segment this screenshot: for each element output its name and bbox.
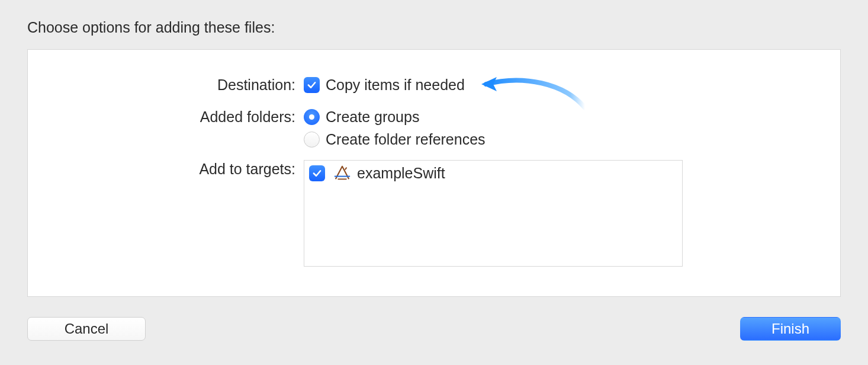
targets-list[interactable]: exampleSwift: [304, 160, 683, 267]
destination-label: Destination:: [43, 76, 304, 94]
finish-button[interactable]: Finish: [740, 317, 841, 341]
create-folder-references-label: Create folder references: [326, 130, 486, 148]
add-to-targets-controls: exampleSwift: [304, 160, 825, 267]
copy-items-label: Copy items if needed: [326, 76, 465, 94]
target-name: exampleSwift: [357, 164, 445, 182]
dialog-buttons: Cancel Finish: [27, 317, 841, 341]
check-icon: [307, 80, 317, 90]
target-checkbox[interactable]: [309, 165, 325, 181]
copy-items-checkbox[interactable]: [304, 77, 320, 93]
add-to-targets-row: Add to targets:: [43, 160, 825, 267]
added-folders-label: Added folders:: [43, 108, 304, 126]
create-groups-radio[interactable]: [304, 109, 320, 125]
create-groups-label: Create groups: [326, 108, 419, 126]
added-folders-row: Added folders: Create groups Create fold…: [43, 108, 825, 153]
cancel-button[interactable]: Cancel: [27, 317, 146, 341]
sheet-title: Choose options for adding these files:: [27, 19, 841, 36]
target-item[interactable]: exampleSwift: [309, 164, 677, 182]
app-target-icon: [333, 164, 351, 182]
destination-controls: Copy items if needed: [304, 76, 825, 98]
create-folder-references-option: Create folder references: [304, 130, 825, 148]
destination-option: Copy items if needed: [304, 76, 825, 94]
destination-row: Destination: Copy items if needed: [43, 76, 825, 98]
added-folders-controls: Create groups Create folder references: [304, 108, 825, 153]
add-files-options-sheet: Choose options for adding these files: D…: [0, 0, 868, 365]
add-to-targets-label: Add to targets:: [43, 160, 304, 178]
create-groups-option: Create groups: [304, 108, 825, 126]
check-icon: [312, 168, 322, 178]
create-folder-references-radio[interactable]: [304, 132, 320, 148]
options-panel: Destination: Copy items if needed: [27, 49, 841, 297]
radio-dot-icon: [309, 114, 314, 120]
